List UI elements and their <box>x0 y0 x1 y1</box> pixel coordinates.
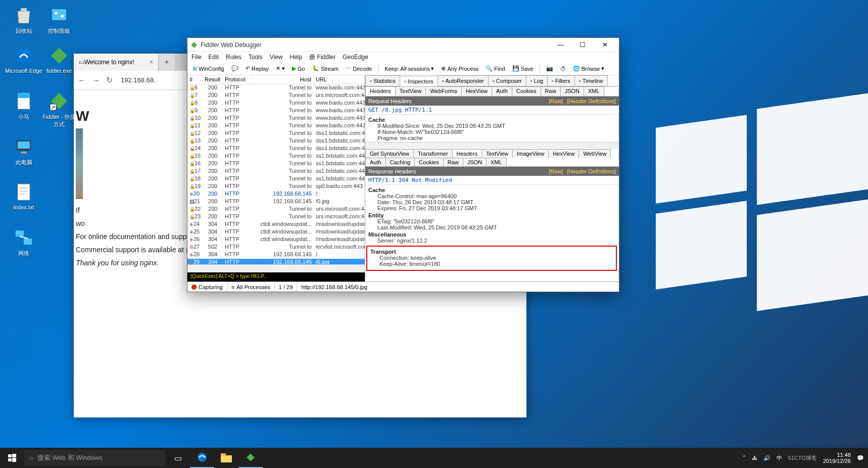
system-tray[interactable]: ˄ 🖧 🔊 中 51CTO博客 11:48 2019/12/26 💬 <box>739 452 868 464</box>
tray-volume-icon[interactable]: 🔊 <box>763 455 770 461</box>
req-subtab[interactable]: XML <box>584 86 604 96</box>
tab-close-icon[interactable]: × <box>150 59 153 66</box>
resp-raw-link[interactable]: [Raw] <box>549 168 563 174</box>
taskbar[interactable]: ○ 搜索 Web 和 Windows ▭ ˄ 🖧 🔊 中 51CTO博客 11:… <box>0 448 868 468</box>
req-subtab[interactable]: Raw <box>541 86 561 96</box>
resp-subtab[interactable]: JSON <box>463 158 487 166</box>
menu-item[interactable]: View <box>270 54 283 61</box>
desktop-icon[interactable]: 控制面板 <box>40 5 78 35</box>
menu-item[interactable]: Tools <box>249 54 263 61</box>
menu-item[interactable]: File <box>191 54 201 61</box>
desktop-icon[interactable]: Microsoft Edge <box>5 45 42 74</box>
header-line[interactable]: Server: nginx/1.12.2 <box>368 238 616 244</box>
h-scrollbar[interactable] <box>187 264 365 272</box>
resp-subtab[interactable]: Raw <box>443 158 463 166</box>
capturing-indicator[interactable]: Capturing <box>187 282 227 292</box>
session-row[interactable]: 6200HTTPTunnel towww.baidu.com:443 <box>187 84 365 92</box>
resp-subtab[interactable]: Get SyntaxView <box>365 149 414 158</box>
main-tab[interactable]: ▫Timeline <box>574 75 608 86</box>
title-bar[interactable]: Fiddler Web Debugger — ☐ ✕ <box>187 38 619 52</box>
keep-dropdown[interactable]: Keep: All sessions ▾ <box>382 64 436 73</box>
main-tab[interactable]: ▫Filters <box>547 75 575 86</box>
req-subtab[interactable]: Cookies <box>512 86 541 96</box>
maximize-button[interactable]: ☐ <box>571 38 594 52</box>
decode-button[interactable]: ⋯ Decode <box>344 64 374 73</box>
process-button[interactable]: ⊕ Any Process <box>439 64 480 73</box>
stream-button[interactable]: 🐛 Stream <box>310 64 341 73</box>
save-button[interactable]: 💾 Save <box>510 64 536 73</box>
menu-item[interactable]: GeoEdge <box>343 54 368 61</box>
session-row[interactable]: 16200HTTPTunnel toss1.bdstatic.com:443 <box>187 160 365 168</box>
session-row[interactable]: 27502HTTPTunnel toiecvlist.microsoft.com… <box>187 244 365 251</box>
main-tab[interactable]: ▫AutoResponder <box>438 75 489 86</box>
session-row[interactable]: 23200HTTPTunnel tours.microsoft.com:443 <box>187 213 365 221</box>
session-row[interactable]: 21200HTTP192.168.68.145/0.jpg <box>187 198 365 206</box>
taskbar-edge[interactable] <box>190 448 214 468</box>
main-tab[interactable]: ▫Log <box>526 75 548 86</box>
task-view-button[interactable]: ▭ <box>166 448 190 468</box>
screenshot-button[interactable]: 📷 <box>544 64 555 73</box>
desktop-icon[interactable]: fiddler.exe <box>40 45 78 74</box>
quick-exec[interactable]: [QuickExec] ALT+Q > type HELP... <box>187 272 365 282</box>
header-line[interactable]: ETag: "5e03212d-66f8" <box>368 218 616 224</box>
desktop-icon[interactable]: 此电脑 <box>5 136 42 166</box>
resp-subtab[interactable]: Cookies <box>414 158 444 166</box>
desktop-icon[interactable]: 网络 <box>5 227 42 257</box>
desktop-icon[interactable]: 回收站 <box>5 5 42 35</box>
session-row[interactable]: 12200HTTPTunnel todss1.bdstatic.com:443 <box>187 130 365 137</box>
header-line[interactable]: Date: Thu, 26 Dec 2019 03:48:17 GMT <box>368 199 616 205</box>
fiddler-window[interactable]: Fiddler Web Debugger — ☐ ✕ FileEditRules… <box>187 37 619 292</box>
col-result[interactable]: Result <box>203 75 223 84</box>
req-subtab[interactable]: TextView <box>395 86 426 96</box>
winconfig-button[interactable]: ⊞ WinConfig <box>190 64 226 73</box>
timer-button[interactable]: ⏱ <box>558 65 568 73</box>
menu-item[interactable]: Edit <box>208 54 219 61</box>
session-row[interactable]: 7200HTTPTunnel tours.microsoft.com:443 <box>187 92 365 100</box>
session-row[interactable]: 18200HTTPTunnel toss1.bdstatic.com:443 <box>187 175 365 183</box>
header-line[interactable]: Last-Modified: Wed, 25 Dec 2019 08:43:25… <box>368 224 616 230</box>
session-row[interactable]: 28304HTTP192.168.68.145/ <box>187 251 365 259</box>
resp-subtab[interactable]: WebView <box>578 149 611 158</box>
sessions-pane[interactable]: # Result Protocol Host URL 6200HTTPTunne… <box>187 75 365 282</box>
resp-subtab[interactable]: Transformer <box>413 149 453 158</box>
resp-subtab[interactable]: TextView <box>481 149 513 158</box>
start-button[interactable] <box>0 448 24 468</box>
col-id[interactable]: # <box>187 75 203 84</box>
header-line[interactable]: If-None-Match: W/"5e03212d-66f8" <box>368 129 616 135</box>
session-row[interactable]: 19200HTTPTunnel tosp0.baidu.com:443 <box>187 183 365 191</box>
session-row[interactable]: 14200HTTPTunnel todss1.bdstatic.com:443 <box>187 145 365 153</box>
resp-defs-link[interactable]: [Header Definitions] <box>567 168 616 174</box>
session-row[interactable]: 22200HTTPTunnel tours.microsoft.com:443 <box>187 206 365 213</box>
session-row[interactable]: 9200HTTPTunnel towww.baidu.com:443 <box>187 107 365 115</box>
req-subtab[interactable]: JSON <box>560 86 584 96</box>
session-row[interactable]: 13200HTTPTunnel todss1.bdstatic.com:443 <box>187 137 365 145</box>
session-row[interactable]: 17200HTTPTunnel toss1.bdstatic.com:443 <box>187 168 365 175</box>
header-line[interactable]: Connection: keep-alive <box>370 255 613 261</box>
desktop-icon[interactable]: 小马 <box>5 91 42 121</box>
session-row[interactable]: 11200HTTPTunnel towww.baidu.com:443 <box>187 122 365 130</box>
session-row[interactable]: 26304HTTPctldl.windowsupdat.../msdownloa… <box>187 236 365 244</box>
go-button[interactable]: ▶ Go <box>290 64 307 73</box>
session-row[interactable]: 24304HTTPctldl.windowsupdat.../msdownloa… <box>187 221 365 228</box>
req-defs-link[interactable]: [Header Definitions] <box>567 98 616 104</box>
new-tab-button[interactable]: + <box>159 54 175 71</box>
main-tab[interactable]: ▫Inspectors <box>400 76 438 86</box>
desktop-icon[interactable]: ↗Fiddler - 快捷方式 <box>40 91 78 128</box>
tray-ime-icon[interactable]: 中 <box>777 454 782 462</box>
header-line[interactable]: If-Modified-Since: Wed, 25 Dec 2019 08:4… <box>368 123 616 129</box>
menu-item[interactable]: 册 Fiddler <box>309 53 335 62</box>
replay-button[interactable]: ↶ Replay <box>244 64 271 73</box>
forward-button[interactable]: → <box>92 76 100 85</box>
resp-subtab[interactable]: HexView <box>548 149 579 158</box>
minimize-button[interactable]: — <box>549 38 571 52</box>
menu-item[interactable]: Rules <box>226 54 242 61</box>
session-row[interactable]: 25304HTTPctldl.windowsupdat.../msdownloa… <box>187 228 365 236</box>
taskbar-fiddler[interactable] <box>238 448 263 468</box>
resp-subtab[interactable]: ImageView <box>512 149 549 158</box>
session-row[interactable]: 8200HTTPTunnel towww.baidu.com:443 <box>187 100 365 107</box>
session-row[interactable]: 29304HTTP192.168.68.145/0.jpg <box>187 259 365 264</box>
tray-time[interactable]: 11:48 <box>823 452 851 458</box>
desktop-icon[interactable]: index.txt <box>5 182 42 210</box>
req-subtab[interactable]: WebForms <box>425 86 462 96</box>
col-host[interactable]: Host <box>253 75 314 84</box>
